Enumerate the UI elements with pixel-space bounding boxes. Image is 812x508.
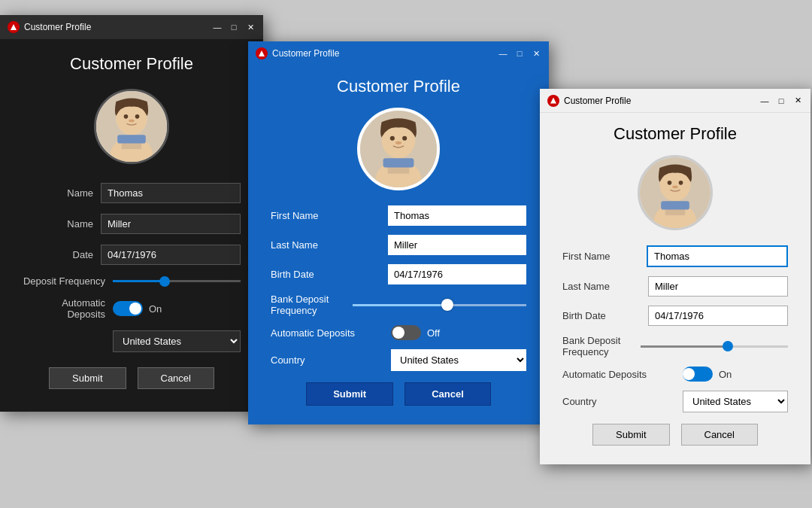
- dark-title-bar: Customer Profile — □ ✕: [0, 15, 263, 39]
- dark-first-name-label: Name: [23, 187, 101, 199]
- blue-window: Customer Profile — □ ✕ Customer Profile: [248, 41, 549, 424]
- svg-point-14: [402, 136, 407, 141]
- blue-cancel-button[interactable]: Cancel: [404, 382, 491, 406]
- white-content: Customer Profile First Name: [540, 113, 810, 464]
- blue-title-controls: — □ ✕: [498, 48, 541, 59]
- blue-avatar-container: [271, 108, 526, 190]
- blue-minimize-btn[interactable]: —: [498, 48, 508, 59]
- white-minimize-btn[interactable]: —: [759, 96, 770, 106]
- dark-deposit-slider[interactable]: [113, 280, 241, 282]
- blue-first-name-label: First Name: [271, 210, 388, 221]
- white-title-bar: Customer Profile — □ ✕: [540, 89, 810, 113]
- svg-point-23: [672, 186, 678, 189]
- dark-deposit-freq-label: Deposit Frequency: [23, 275, 113, 287]
- blue-heading: Customer Profile: [271, 77, 526, 96]
- white-country-row: Country United States Canada United King…: [562, 391, 788, 412]
- dark-birth-date-input[interactable]: [101, 245, 241, 265]
- white-deposit-freq-label: Bank Deposit Frequency: [562, 335, 641, 357]
- dark-first-name-row: Name: [23, 183, 241, 203]
- blue-auto-deposits-row: Automatic Deposits Off: [271, 325, 526, 340]
- white-title-text: Customer Profile: [564, 96, 759, 106]
- white-birth-date-input[interactable]: [648, 306, 788, 326]
- dark-app-icon: [8, 21, 20, 33]
- blue-close-btn[interactable]: ✕: [531, 48, 541, 59]
- blue-birth-date-label: Birth Date: [271, 269, 388, 280]
- white-auto-deposits-row: Automatic Deposits On: [562, 367, 788, 382]
- dark-minimize-btn[interactable]: —: [212, 22, 223, 32]
- white-cancel-button[interactable]: Cancel: [681, 424, 758, 446]
- blue-title-bar: Customer Profile — □ ✕: [248, 41, 549, 65]
- blue-toggle-switch[interactable]: [391, 325, 421, 340]
- blue-buttons: Submit Cancel: [271, 382, 526, 406]
- blue-first-name-input[interactable]: [388, 205, 526, 226]
- white-title-controls: — □ ✕: [759, 96, 803, 106]
- dark-deposit-freq-row: Deposit Frequency: [23, 275, 241, 287]
- dark-heading: Customer Profile: [23, 54, 241, 74]
- blue-first-name-row: First Name: [271, 205, 526, 226]
- white-country-label: Country: [562, 396, 683, 407]
- blue-last-name-row: Last Name: [271, 235, 526, 255]
- white-birth-date-label: Birth Date: [562, 310, 648, 321]
- white-submit-button[interactable]: Submit: [592, 424, 669, 446]
- blue-country-label: Country: [271, 354, 391, 366]
- dark-last-name-label: Name: [23, 218, 101, 230]
- white-auto-deposits-label: Automatic Deposits: [562, 369, 683, 380]
- dark-maximize-btn[interactable]: □: [229, 22, 239, 32]
- white-buttons: Submit Cancel: [562, 424, 788, 446]
- dark-toggle-label: On: [149, 303, 162, 315]
- dark-close-btn[interactable]: ✕: [245, 22, 256, 32]
- svg-point-6: [135, 114, 140, 119]
- white-toggle-label: On: [719, 369, 732, 380]
- dark-last-name-input[interactable]: [101, 214, 241, 234]
- dark-toggle-switch[interactable]: [113, 301, 143, 316]
- dark-last-name-row: Name: [23, 214, 241, 234]
- blue-toggle-label: Off: [427, 327, 440, 339]
- dark-content: Customer Profile Name: [0, 39, 263, 412]
- dark-cancel-button[interactable]: Cancel: [138, 367, 214, 389]
- blue-maximize-btn[interactable]: □: [514, 48, 525, 59]
- white-first-name-label: First Name: [562, 251, 647, 262]
- white-avatar: [638, 155, 713, 230]
- white-deposit-freq-row: Bank Deposit Frequency: [562, 335, 788, 357]
- dark-first-name-input[interactable]: [101, 183, 241, 203]
- blue-app-icon: [256, 47, 268, 59]
- blue-last-name-label: Last Name: [271, 239, 388, 251]
- blue-deposit-slider[interactable]: [353, 304, 526, 306]
- dark-toggle-container: On: [113, 301, 162, 316]
- blue-submit-button[interactable]: Submit: [306, 382, 393, 406]
- dark-submit-button[interactable]: Submit: [49, 367, 126, 389]
- svg-point-7: [129, 120, 135, 123]
- blue-deposit-freq-row: Bank Deposit Frequency: [271, 294, 526, 316]
- dark-avatar-container: [23, 89, 241, 164]
- dark-avatar: [94, 89, 169, 164]
- dark-country-row: United States Canada United Kingdom: [23, 330, 241, 352]
- svg-rect-24: [661, 201, 689, 209]
- white-maximize-btn[interactable]: □: [776, 96, 786, 106]
- svg-point-13: [390, 136, 395, 141]
- white-deposit-slider[interactable]: [641, 345, 788, 348]
- blue-avatar: [357, 108, 440, 190]
- blue-country-select[interactable]: United States Canada United Kingdom: [391, 349, 526, 371]
- blue-auto-deposits-label: Automatic Deposits: [271, 327, 391, 339]
- blue-content: Customer Profile First Name: [248, 65, 549, 424]
- dark-buttons: Submit Cancel: [23, 367, 241, 389]
- white-toggle-container: On: [683, 367, 732, 382]
- white-last-name-input[interactable]: [648, 276, 788, 297]
- svg-point-5: [124, 114, 129, 119]
- white-birth-date-row: Birth Date: [562, 306, 788, 326]
- white-close-btn[interactable]: ✕: [792, 96, 803, 106]
- dark-window: Customer Profile — □ ✕ Customer Profile: [0, 15, 263, 412]
- blue-deposit-freq-label: Bank Deposit Frequency: [271, 294, 353, 316]
- dark-country-select[interactable]: United States Canada United Kingdom: [113, 330, 241, 352]
- blue-birth-date-row: Birth Date: [271, 264, 526, 284]
- dark-title-controls: — □ ✕: [212, 22, 256, 32]
- dark-slider-container: [113, 280, 241, 282]
- white-first-name-input[interactable]: [647, 245, 788, 267]
- blue-birth-date-input[interactable]: [388, 264, 526, 284]
- dark-auto-deposits-row: Automatic Deposits On: [23, 297, 241, 320]
- white-country-select[interactable]: United States Canada United Kingdom: [683, 391, 788, 412]
- white-toggle-switch[interactable]: [683, 367, 713, 382]
- white-first-name-row: First Name: [562, 245, 788, 267]
- svg-point-15: [395, 141, 401, 144]
- blue-last-name-input[interactable]: [388, 235, 526, 255]
